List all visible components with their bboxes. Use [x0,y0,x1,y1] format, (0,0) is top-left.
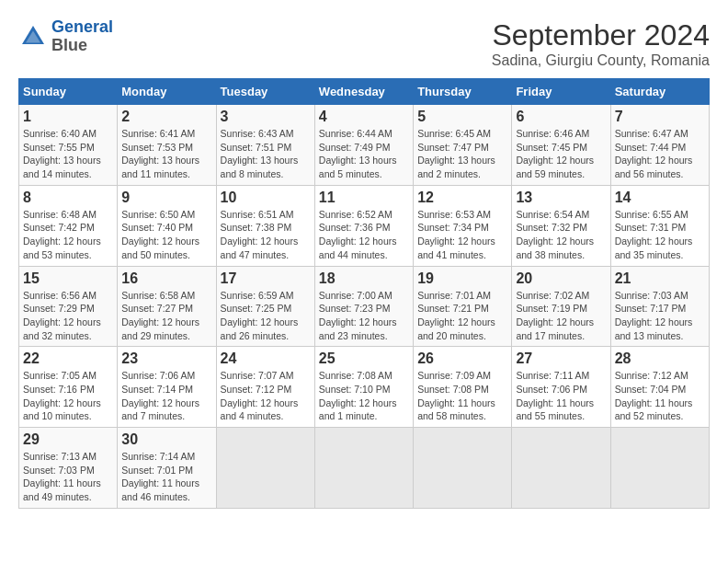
calendar-cell [216,428,314,509]
day-number: 15 [23,270,113,287]
day-number: 22 [23,350,113,367]
day-info: Sunrise: 6:58 AM Sunset: 7:27 PM Dayligh… [121,289,211,343]
calendar-week-row: 29Sunrise: 7:13 AM Sunset: 7:03 PM Dayli… [19,428,710,509]
day-info: Sunrise: 6:56 AM Sunset: 7:29 PM Dayligh… [23,289,113,343]
day-header-thursday: Thursday [414,79,512,105]
day-info: Sunrise: 7:05 AM Sunset: 7:16 PM Dayligh… [23,369,113,423]
calendar-header-row: SundayMondayTuesdayWednesdayThursdayFrid… [19,79,710,105]
day-info: Sunrise: 6:40 AM Sunset: 7:55 PM Dayligh… [23,127,113,181]
day-info: Sunrise: 7:01 AM Sunset: 7:21 PM Dayligh… [417,289,507,343]
calendar-cell: 5Sunrise: 6:45 AM Sunset: 7:47 PM Daylig… [414,105,512,186]
day-number: 21 [615,270,705,287]
calendar-cell: 9Sunrise: 6:50 AM Sunset: 7:40 PM Daylig… [118,185,216,266]
calendar-week-row: 22Sunrise: 7:05 AM Sunset: 7:16 PM Dayli… [19,347,710,428]
calendar-cell: 22Sunrise: 7:05 AM Sunset: 7:16 PM Dayli… [19,347,118,428]
day-info: Sunrise: 7:07 AM Sunset: 7:12 PM Dayligh… [221,369,311,423]
day-number: 17 [221,270,311,287]
day-number: 28 [615,350,705,367]
calendar-cell: 1Sunrise: 6:40 AM Sunset: 7:55 PM Daylig… [19,105,118,186]
day-number: 26 [417,350,507,367]
title-block: September 2024 Sadina, Giurgiu County, R… [492,18,710,69]
day-number: 5 [417,109,507,125]
day-number: 23 [121,350,211,367]
calendar-cell [610,428,709,509]
day-info: Sunrise: 6:54 AM Sunset: 7:32 PM Dayligh… [516,208,606,262]
calendar-cell: 24Sunrise: 7:07 AM Sunset: 7:12 PM Dayli… [216,347,314,428]
calendar-title: September 2024 [492,18,710,52]
calendar-cell: 17Sunrise: 6:59 AM Sunset: 7:25 PM Dayli… [216,266,314,347]
day-info: Sunrise: 7:12 AM Sunset: 7:04 PM Dayligh… [615,369,705,423]
calendar-cell: 27Sunrise: 7:11 AM Sunset: 7:06 PM Dayli… [512,347,610,428]
calendar-cell: 4Sunrise: 6:44 AM Sunset: 7:49 PM Daylig… [314,105,413,186]
calendar-cell: 10Sunrise: 6:51 AM Sunset: 7:38 PM Dayli… [216,185,314,266]
day-info: Sunrise: 6:55 AM Sunset: 7:31 PM Dayligh… [615,208,705,262]
calendar-cell [414,428,512,509]
calendar-cell: 20Sunrise: 7:02 AM Sunset: 7:19 PM Dayli… [512,266,610,347]
day-info: Sunrise: 6:43 AM Sunset: 7:51 PM Dayligh… [221,127,311,181]
day-number: 1 [23,109,113,125]
day-info: Sunrise: 7:03 AM Sunset: 7:17 PM Dayligh… [615,289,705,343]
day-info: Sunrise: 6:51 AM Sunset: 7:38 PM Dayligh… [221,208,311,262]
day-header-monday: Monday [118,79,216,105]
day-number: 7 [615,109,705,125]
day-info: Sunrise: 6:46 AM Sunset: 7:45 PM Dayligh… [516,127,606,181]
calendar-cell: 6Sunrise: 6:46 AM Sunset: 7:45 PM Daylig… [512,105,610,186]
calendar-cell: 15Sunrise: 6:56 AM Sunset: 7:29 PM Dayli… [19,266,118,347]
day-number: 24 [221,350,311,367]
calendar-week-row: 8Sunrise: 6:48 AM Sunset: 7:42 PM Daylig… [19,185,710,266]
day-header-wednesday: Wednesday [314,79,413,105]
logo: GeneralBlue [18,18,113,55]
page-header: GeneralBlue September 2024 Sadina, Giurg… [18,18,710,69]
day-number: 27 [516,350,606,367]
day-info: Sunrise: 6:44 AM Sunset: 7:49 PM Dayligh… [319,127,409,181]
calendar-cell: 13Sunrise: 6:54 AM Sunset: 7:32 PM Dayli… [512,185,610,266]
calendar-cell: 12Sunrise: 6:53 AM Sunset: 7:34 PM Dayli… [414,185,512,266]
logo-text: GeneralBlue [51,18,113,55]
day-header-saturday: Saturday [610,79,709,105]
calendar-subtitle: Sadina, Giurgiu County, Romania [492,52,710,69]
day-info: Sunrise: 7:14 AM Sunset: 7:01 PM Dayligh… [121,450,211,504]
day-info: Sunrise: 6:59 AM Sunset: 7:25 PM Dayligh… [221,289,311,343]
logo-icon [18,22,48,52]
calendar-cell: 29Sunrise: 7:13 AM Sunset: 7:03 PM Dayli… [19,428,118,509]
day-info: Sunrise: 7:13 AM Sunset: 7:03 PM Dayligh… [23,450,113,504]
day-number: 2 [121,109,211,125]
day-info: Sunrise: 7:02 AM Sunset: 7:19 PM Dayligh… [516,289,606,343]
day-header-tuesday: Tuesday [216,79,314,105]
day-number: 20 [516,270,606,287]
day-number: 11 [319,190,409,206]
day-number: 10 [221,190,311,206]
day-number: 9 [121,190,211,206]
calendar-cell: 14Sunrise: 6:55 AM Sunset: 7:31 PM Dayli… [610,185,709,266]
calendar-cell: 21Sunrise: 7:03 AM Sunset: 7:17 PM Dayli… [610,266,709,347]
day-info: Sunrise: 7:11 AM Sunset: 7:06 PM Dayligh… [516,369,606,423]
day-number: 8 [23,190,113,206]
calendar-cell: 19Sunrise: 7:01 AM Sunset: 7:21 PM Dayli… [414,266,512,347]
day-info: Sunrise: 7:09 AM Sunset: 7:08 PM Dayligh… [417,369,507,423]
day-info: Sunrise: 6:41 AM Sunset: 7:53 PM Dayligh… [121,127,211,181]
day-number: 13 [516,190,606,206]
day-info: Sunrise: 6:45 AM Sunset: 7:47 PM Dayligh… [417,127,507,181]
day-number: 4 [319,109,409,125]
day-number: 18 [319,270,409,287]
day-number: 16 [121,270,211,287]
day-info: Sunrise: 6:48 AM Sunset: 7:42 PM Dayligh… [23,208,113,262]
calendar-cell [314,428,413,509]
day-header-friday: Friday [512,79,610,105]
day-number: 6 [516,109,606,125]
calendar-cell: 7Sunrise: 6:47 AM Sunset: 7:44 PM Daylig… [610,105,709,186]
day-info: Sunrise: 7:08 AM Sunset: 7:10 PM Dayligh… [319,369,409,423]
calendar-cell: 18Sunrise: 7:00 AM Sunset: 7:23 PM Dayli… [314,266,413,347]
calendar-cell: 8Sunrise: 6:48 AM Sunset: 7:42 PM Daylig… [19,185,118,266]
day-info: Sunrise: 6:53 AM Sunset: 7:34 PM Dayligh… [417,208,507,262]
day-info: Sunrise: 6:52 AM Sunset: 7:36 PM Dayligh… [319,208,409,262]
calendar-cell: 23Sunrise: 7:06 AM Sunset: 7:14 PM Dayli… [118,347,216,428]
day-number: 29 [23,431,113,448]
calendar-cell: 16Sunrise: 6:58 AM Sunset: 7:27 PM Dayli… [118,266,216,347]
calendar-cell: 2Sunrise: 6:41 AM Sunset: 7:53 PM Daylig… [118,105,216,186]
calendar-week-row: 15Sunrise: 6:56 AM Sunset: 7:29 PM Dayli… [19,266,710,347]
day-number: 19 [417,270,507,287]
day-number: 25 [319,350,409,367]
calendar-cell: 26Sunrise: 7:09 AM Sunset: 7:08 PM Dayli… [414,347,512,428]
calendar-cell [512,428,610,509]
